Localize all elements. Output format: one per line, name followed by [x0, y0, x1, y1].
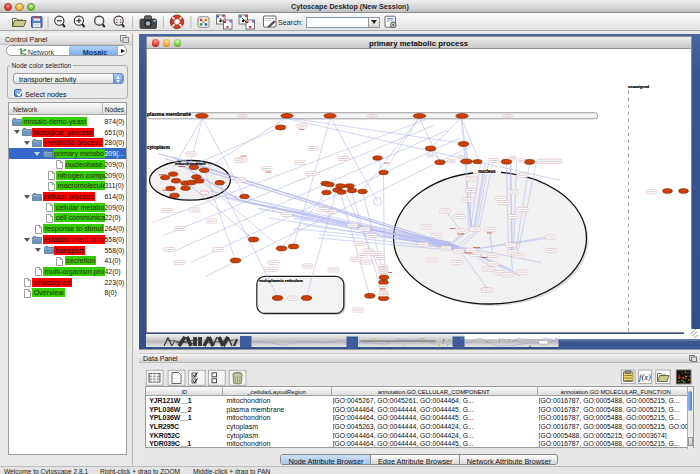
svg-text:1:1: 1:1	[115, 19, 122, 24]
svg-text:mitochondrion: mitochondrion	[175, 160, 206, 165]
svg-text:nucleus: nucleus	[478, 168, 496, 173]
svg-text:f(x): f(x)	[639, 372, 651, 382]
svg-text:endoplasmic reticulum: endoplasmic reticulum	[259, 277, 303, 282]
svg-text:plasma membrane: plasma membrane	[147, 111, 191, 117]
svg-text:unassigned: unassigned	[628, 84, 650, 88]
svg-text:cytoplasm: cytoplasm	[147, 145, 170, 150]
